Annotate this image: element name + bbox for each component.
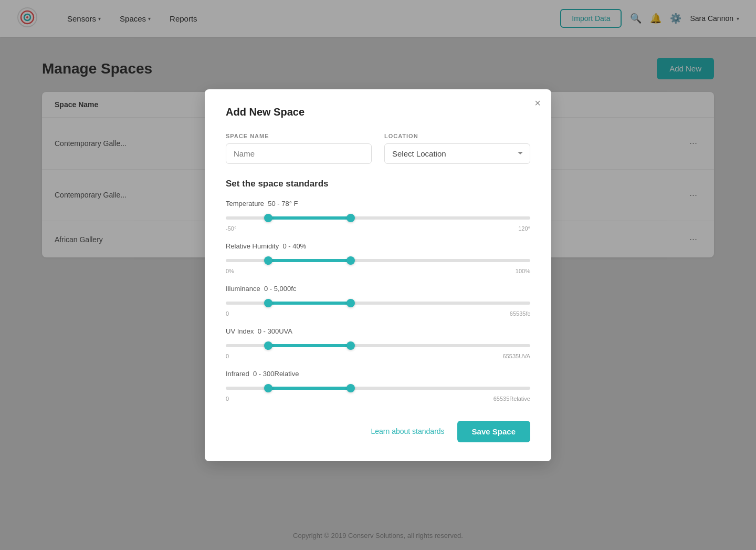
humidity-max: 100%: [516, 268, 530, 274]
humidity-fill: [268, 259, 351, 262]
infrared-thumb-right[interactable]: [346, 384, 355, 392]
humidity-label: Relative Humidity 0 - 40%: [226, 242, 530, 250]
infrared-min: 0: [226, 396, 229, 402]
illuminance-label: Illuminance 0 - 5,000fc: [226, 285, 530, 293]
infrared-thumb-left[interactable]: [264, 384, 272, 392]
location-label: LOCATION: [384, 133, 530, 139]
space-name-group: SPACE NAME: [226, 133, 372, 164]
temperature-min: -50°: [226, 225, 236, 232]
temperature-thumb-right[interactable]: [346, 214, 355, 222]
uv-min: 0: [226, 353, 229, 359]
uv-bounds: 0 65535UVA: [226, 353, 530, 359]
illuminance-thumb-left[interactable]: [264, 299, 272, 307]
add-space-modal: Add New Space × SPACE NAME LOCATION Sele…: [205, 89, 551, 461]
temperature-fill: [268, 216, 351, 220]
infrared-range: 0 - 300Relative: [253, 370, 299, 378]
infrared-fill: [268, 387, 351, 390]
infrared-label: Infrared 0 - 300Relative: [226, 370, 530, 378]
temperature-slider-group: Temperature 50 - 78° F -50° 120°: [226, 200, 530, 232]
space-name-input[interactable]: [226, 143, 372, 164]
humidity-range: 0 - 40%: [282, 242, 306, 250]
modal-overlay: Add New Space × SPACE NAME LOCATION Sele…: [0, 0, 756, 550]
illuminance-thumb-right[interactable]: [346, 299, 355, 307]
space-name-label: SPACE NAME: [226, 133, 372, 139]
temperature-thumb-left[interactable]: [264, 214, 272, 222]
uv-fill: [268, 344, 351, 347]
illuminance-fill: [268, 302, 351, 305]
save-space-button[interactable]: Save Space: [457, 421, 530, 442]
uv-range: 0 - 300UVA: [258, 327, 292, 335]
standards-section: Set the space standards Temperature 50 -…: [226, 179, 530, 402]
illuminance-slider[interactable]: [226, 298, 530, 308]
infrared-max: 65535Relative: [494, 396, 530, 402]
humidity-min: 0%: [226, 268, 234, 274]
temperature-max: 120°: [518, 225, 530, 232]
uv-label: UV Index 0 - 300UVA: [226, 327, 530, 335]
illuminance-slider-group: Illuminance 0 - 5,000fc 0 65535fc: [226, 285, 530, 317]
temperature-bounds: -50° 120°: [226, 225, 530, 232]
temperature-slider[interactable]: [226, 213, 530, 223]
illuminance-min: 0: [226, 310, 229, 317]
temperature-range: 50 - 78° F: [268, 200, 298, 207]
humidity-track: [226, 259, 530, 262]
uv-max: 65535UVA: [503, 353, 530, 359]
uv-slider-group: UV Index 0 - 300UVA 0 65535UVA: [226, 327, 530, 359]
temperature-label: Temperature 50 - 78° F: [226, 200, 530, 207]
humidity-thumb-right[interactable]: [346, 256, 355, 265]
uv-track: [226, 344, 530, 347]
humidity-slider[interactable]: [226, 255, 530, 266]
location-group: LOCATION Select Location Gallery A Galle…: [384, 133, 530, 164]
modal-footer: Learn about standards Save Space: [226, 417, 530, 442]
uv-slider[interactable]: [226, 340, 530, 351]
infrared-bounds: 0 65535Relative: [226, 396, 530, 402]
uv-thumb-right[interactable]: [346, 341, 355, 350]
modal-title: Add New Space: [226, 106, 530, 118]
location-select[interactable]: Select Location Gallery A Gallery B Gall…: [384, 143, 530, 164]
illuminance-bounds: 0 65535fc: [226, 310, 530, 317]
humidity-thumb-left[interactable]: [264, 256, 272, 265]
humidity-bounds: 0% 100%: [226, 268, 530, 274]
illuminance-track: [226, 302, 530, 305]
infrared-track: [226, 387, 530, 390]
standards-title: Set the space standards: [226, 179, 530, 189]
illuminance-max: 65535fc: [510, 310, 530, 317]
infrared-slider-group: Infrared 0 - 300Relative 0 65535Relative: [226, 370, 530, 402]
form-row: SPACE NAME LOCATION Select Location Gall…: [226, 133, 530, 164]
temperature-track: [226, 216, 530, 220]
humidity-slider-group: Relative Humidity 0 - 40% 0% 100%: [226, 242, 530, 274]
illuminance-range: 0 - 5,000fc: [264, 285, 296, 293]
uv-thumb-left[interactable]: [264, 341, 272, 350]
infrared-slider[interactable]: [226, 383, 530, 393]
learn-standards-link[interactable]: Learn about standards: [371, 427, 444, 435]
modal-close-button[interactable]: ×: [534, 98, 541, 108]
